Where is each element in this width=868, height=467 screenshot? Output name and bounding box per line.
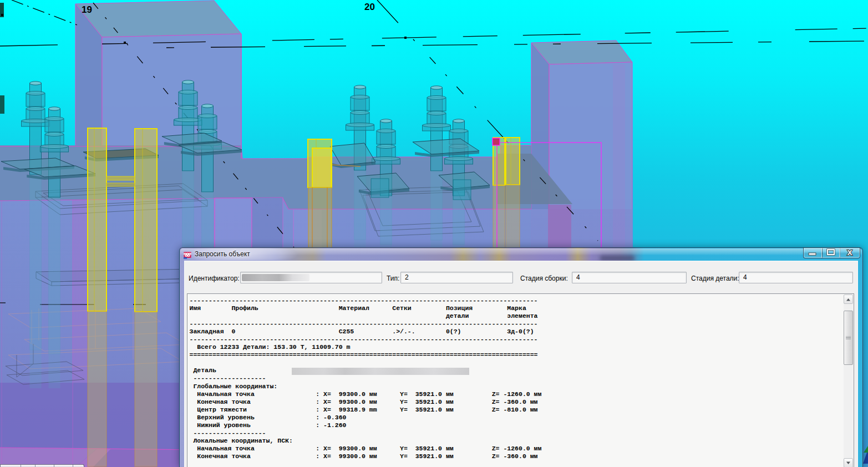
- svg-text:20: 20: [364, 2, 375, 12]
- svg-text:X: X: [847, 248, 852, 257]
- svg-text:19: 19: [82, 4, 92, 15]
